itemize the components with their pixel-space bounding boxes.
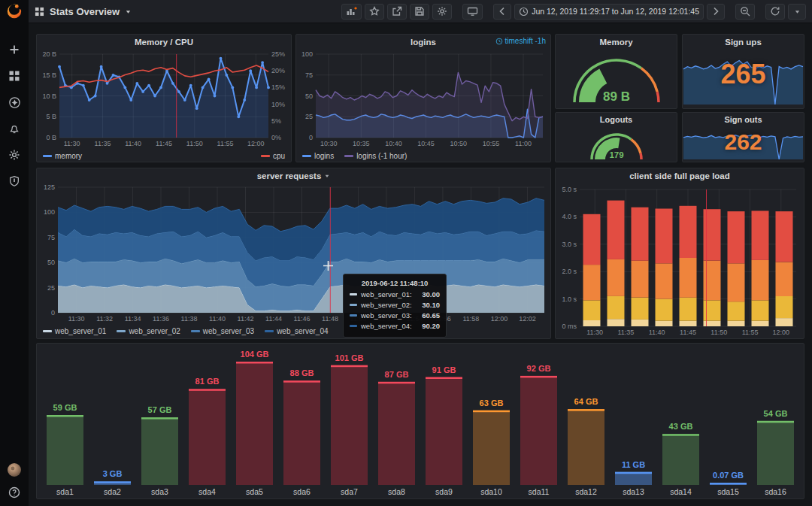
svg-text:11:40: 11:40 (649, 329, 665, 336)
svg-text:89 B: 89 B (603, 89, 630, 104)
svg-text:0 B: 0 B (46, 134, 56, 141)
panel-logouts-gauge: Logouts 179 (555, 112, 677, 162)
disk-usage-chart[interactable]: 59 GBsda13 GBsda257 GBsda381 GBsda4104 G… (37, 344, 804, 498)
panel-title-page-load[interactable]: client side full page load (556, 168, 804, 183)
legend-item[interactable]: logins (302, 152, 334, 160)
svg-text:11:45: 11:45 (156, 140, 172, 147)
logins-chart[interactable]: 10:3010:3510:4010:4510:5010:5511:0002550… (296, 50, 550, 150)
svg-text:11:00: 11:00 (515, 140, 532, 147)
svg-text:12:02: 12:02 (519, 315, 536, 323)
panel-server-requests: server requests 11:3011:3211:3411:3611:3… (36, 168, 551, 339)
refresh-button[interactable] (765, 4, 785, 20)
svg-text:11:34: 11:34 (125, 315, 141, 323)
panel-logins: logins timeshift -1h 10:3010:3510:4010:4… (295, 34, 551, 162)
svg-text:sda10: sda10 (480, 487, 502, 496)
svg-text:sda13: sda13 (623, 487, 644, 496)
panel-title-text: Memory / CPU (135, 38, 193, 47)
svg-text:sda15: sda15 (717, 487, 739, 496)
dashboard-grid-icon (35, 7, 44, 17)
legend-item[interactable]: web_server_03 (191, 327, 254, 335)
svg-text:104 GB: 104 GB (241, 350, 269, 359)
panel-title-memory-cpu[interactable]: Memory / CPU (37, 35, 291, 50)
grafana-logo[interactable] (0, 0, 29, 23)
svg-text:4.0 s: 4.0 s (562, 213, 577, 220)
svg-text:10:55: 10:55 (483, 140, 500, 147)
logouts-gauge[interactable]: 179 (556, 126, 677, 162)
panel-title-memory-gauge[interactable]: Memory (556, 35, 677, 50)
svg-text:11:45: 11:45 (680, 329, 696, 336)
refresh-interval-caret[interactable] (788, 4, 806, 20)
svg-text:10:45: 10:45 (417, 140, 435, 147)
svg-text:91 GB: 91 GB (432, 365, 456, 374)
top-navbar: Stats Overview Jun 12, 2019 11:29:17 to … (29, 0, 812, 23)
time-back-button[interactable] (493, 4, 511, 20)
timeshift-badge[interactable]: timeshift -1h (495, 37, 546, 45)
share-button[interactable] (387, 4, 407, 20)
alerting-bell-icon[interactable] (7, 121, 22, 136)
svg-text:11:48: 11:48 (322, 315, 338, 323)
svg-text:75: 75 (47, 234, 55, 241)
cycle-view-button[interactable] (462, 4, 483, 20)
memory-gauge[interactable]: 89 B (556, 50, 677, 108)
panel-title-server-requests[interactable]: server requests (37, 168, 550, 183)
time-forward-button[interactable] (707, 4, 725, 20)
server-admin-shield-icon[interactable] (7, 174, 22, 189)
svg-text:11:40: 11:40 (125, 140, 141, 147)
svg-text:sda9: sda9 (435, 487, 453, 496)
svg-text:10:30: 10:30 (320, 140, 338, 147)
title-caret-icon (125, 8, 132, 15)
create-plus-icon[interactable] (7, 42, 22, 57)
svg-text:57 GB: 57 GB (148, 405, 172, 414)
svg-text:11:42: 11:42 (238, 315, 254, 323)
user-avatar[interactable] (7, 462, 22, 477)
dashboard-title[interactable]: Stats Overview (35, 6, 132, 17)
time-range-picker[interactable]: Jun 12, 2019 11:29:17 to Jun 12, 2019 12… (514, 4, 704, 20)
explore-icon[interactable] (7, 95, 22, 110)
svg-text:10 B: 10 B (42, 92, 56, 100)
svg-text:11:55: 11:55 (742, 329, 759, 336)
svg-text:3 GB: 3 GB (103, 469, 123, 478)
legend-item[interactable]: cpu (261, 152, 285, 160)
sign-outs-sparkline[interactable] (683, 126, 804, 162)
panel-page-load: client side full page load 11:3011:3511:… (555, 168, 804, 339)
add-panel-button[interactable] (341, 4, 362, 20)
svg-text:sda12: sda12 (575, 487, 597, 496)
legend-item[interactable]: web_server_01 (43, 327, 106, 335)
server-requests-chart[interactable]: 11:3011:3211:3411:3611:3811:4011:4211:44… (37, 183, 550, 325)
panel-title-text: Sign ups (725, 38, 762, 47)
svg-text:54 GB: 54 GB (764, 409, 788, 418)
sign-ups-sparkline[interactable] (683, 50, 804, 108)
dashboard-settings-button[interactable] (432, 4, 452, 20)
panel-title-logouts[interactable]: Logouts (556, 113, 677, 126)
sidebar (0, 0, 29, 506)
zoom-out-button[interactable] (735, 4, 755, 20)
configuration-gear-icon[interactable] (7, 147, 22, 162)
svg-text:11:30: 11:30 (64, 140, 80, 147)
star-button[interactable] (365, 4, 384, 20)
save-button[interactable] (410, 4, 429, 20)
svg-text:20%: 20% (271, 67, 285, 74)
memory-cpu-chart[interactable]: 11:3011:3511:4011:4511:5011:5512:000 B5 … (37, 50, 291, 150)
legend-item[interactable]: logins (-1 hour) (344, 152, 407, 160)
svg-text:0: 0 (51, 309, 55, 317)
sidebar-bottom (7, 462, 22, 500)
panel-title-sign-outs[interactable]: Sign outs (683, 113, 804, 126)
svg-text:50: 50 (47, 259, 55, 266)
svg-text:11:35: 11:35 (617, 329, 634, 336)
panel-menu-caret-icon (324, 173, 330, 179)
main-area: Stats Overview Jun 12, 2019 11:29:17 to … (29, 0, 812, 506)
help-icon[interactable] (7, 485, 22, 500)
svg-text:11:46: 11:46 (294, 315, 311, 323)
svg-text:sda3: sda3 (151, 487, 168, 496)
page-load-chart[interactable]: 11:3011:3511:4011:4511:5011:5512:000 ms1… (556, 183, 804, 340)
panel-sign-outs: Sign outs 262 (682, 112, 804, 162)
dashboards-icon[interactable] (7, 68, 22, 83)
panel-disk-usage: 59 GBsda13 GBsda257 GBsda381 GBsda4104 G… (36, 343, 804, 499)
svg-text:12:00: 12:00 (491, 315, 508, 323)
legend-item[interactable]: web_server_04 (265, 327, 328, 335)
svg-text:11:38: 11:38 (181, 315, 198, 323)
legend-item[interactable]: memory (43, 152, 82, 160)
panel-title-sign-ups[interactable]: Sign ups (683, 35, 804, 50)
legend-item[interactable]: web_server_02 (117, 327, 180, 335)
panel-title-logins[interactable]: logins timeshift -1h (296, 35, 550, 50)
